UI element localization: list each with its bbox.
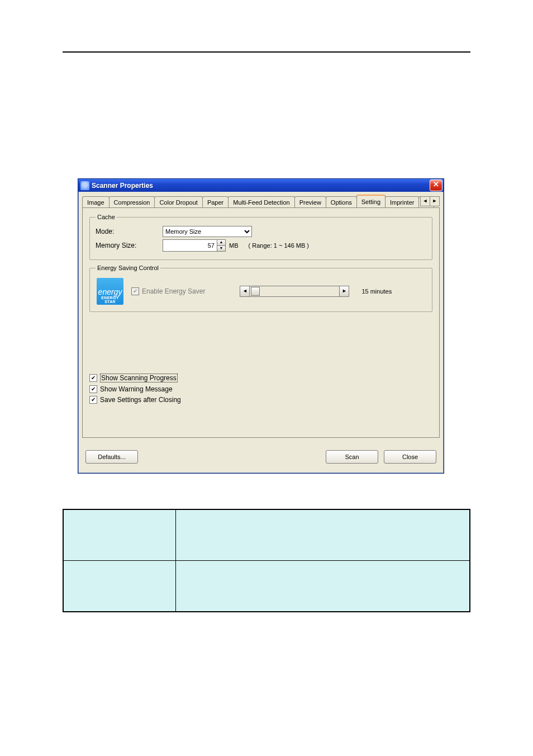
table-row xyxy=(63,561,470,612)
close-icon[interactable]: ✕ xyxy=(430,179,442,191)
tab-image[interactable]: Image xyxy=(82,196,110,207)
mode-select[interactable]: Memory Size xyxy=(163,226,252,237)
energy-star-brand: ENERGY STAR xyxy=(97,296,123,305)
energy-star-icon: energy ENERGY STAR xyxy=(97,278,123,305)
enable-energy-saver-label: Enable Energy Saver xyxy=(142,287,205,295)
memory-size-spinner[interactable]: ▲ ▼ xyxy=(163,239,226,252)
scan-button[interactable]: Scan xyxy=(326,450,378,464)
table-row xyxy=(63,509,470,561)
info-cell-2-left xyxy=(63,561,176,612)
group-cache: Cache Mode: Memory Size Memory Size: ▲ xyxy=(89,214,432,260)
show-warning-message-label: Show Warning Message xyxy=(100,385,173,393)
group-energy-legend: Energy Saving Control xyxy=(96,264,160,271)
titlebar[interactable]: Scanner Properties ✕ xyxy=(78,179,444,192)
mode-label: Mode: xyxy=(96,228,163,235)
app-icon xyxy=(80,181,89,190)
memory-size-unit: MB xyxy=(229,242,239,249)
energy-star-script: energy xyxy=(97,285,123,296)
memory-size-label: Memory Size: xyxy=(96,242,163,249)
tabstrip: Image Compression Color Dropout Paper Mu… xyxy=(80,194,442,207)
tab-options[interactable]: Options xyxy=(326,196,357,207)
info-cell-1-right xyxy=(176,509,470,561)
group-energy: Energy Saving Control energy ENERGY STAR… xyxy=(89,264,432,312)
show-scanning-progress-checkbox[interactable]: ✔ Show Scanning Progress xyxy=(89,374,432,382)
energy-saver-slider[interactable]: ◄ ► xyxy=(240,286,349,297)
scanner-properties-dialog: Scanner Properties ✕ Image Compression C… xyxy=(78,178,444,474)
misc-options: ✔ Show Scanning Progress ✔ Show Warning … xyxy=(89,374,432,404)
tabpage-setting: Cache Mode: Memory Size Memory Size: ▲ xyxy=(82,207,440,438)
dialog-button-row: Defaults... Scan Close xyxy=(85,450,436,464)
memory-size-input[interactable] xyxy=(163,240,217,251)
tabstrip-scroll-left-icon[interactable]: ◄ xyxy=(420,196,430,206)
checkbox-box: ✔ xyxy=(89,396,97,404)
checkbox-box: ✔ xyxy=(131,287,139,295)
tab-imprinter[interactable]: Imprinter xyxy=(385,196,419,207)
save-settings-after-closing-checkbox[interactable]: ✔ Save Settings after Closing xyxy=(89,396,432,404)
save-settings-after-closing-label: Save Settings after Closing xyxy=(100,396,181,404)
tab-compression[interactable]: Compression xyxy=(109,196,155,207)
tab-preview[interactable]: Preview xyxy=(294,196,326,207)
checkbox-box: ✔ xyxy=(89,385,97,393)
info-table xyxy=(63,509,470,612)
show-warning-message-checkbox[interactable]: ✔ Show Warning Message xyxy=(89,385,432,393)
info-cell-1-left xyxy=(63,509,176,561)
group-cache-legend: Cache xyxy=(96,214,117,220)
tabstrip-scroll: ◄ ► xyxy=(421,196,440,206)
tab-color-dropout[interactable]: Color Dropout xyxy=(154,196,202,207)
defaults-button[interactable]: Defaults... xyxy=(85,450,138,464)
page-divider xyxy=(63,51,470,53)
slider-right-icon[interactable]: ► xyxy=(339,286,349,297)
checkbox-box: ✔ xyxy=(89,374,97,382)
spin-down-icon[interactable]: ▼ xyxy=(217,246,225,252)
window-title: Scanner Properties xyxy=(92,182,430,190)
spin-up-icon[interactable]: ▲ xyxy=(217,240,225,246)
tab-multi-feed-detection[interactable]: Multi-Feed Detection xyxy=(228,196,295,207)
tab-setting[interactable]: Setting xyxy=(356,195,386,207)
memory-size-range: ( Range: 1 ~ 146 MB ) xyxy=(249,242,310,249)
tabstrip-scroll-right-icon[interactable]: ► xyxy=(430,196,440,206)
energy-saver-value: 15 minutes xyxy=(361,288,392,295)
tab-paper[interactable]: Paper xyxy=(202,196,229,207)
enable-energy-saver-checkbox[interactable]: ✔ Enable Energy Saver xyxy=(131,287,205,295)
slider-left-icon[interactable]: ◄ xyxy=(240,286,250,297)
close-button[interactable]: Close xyxy=(384,450,436,464)
slider-thumb[interactable] xyxy=(251,287,260,296)
slider-track[interactable] xyxy=(250,286,339,297)
info-cell-2-right xyxy=(176,561,470,612)
show-scanning-progress-label: Show Scanning Progress xyxy=(100,374,178,382)
